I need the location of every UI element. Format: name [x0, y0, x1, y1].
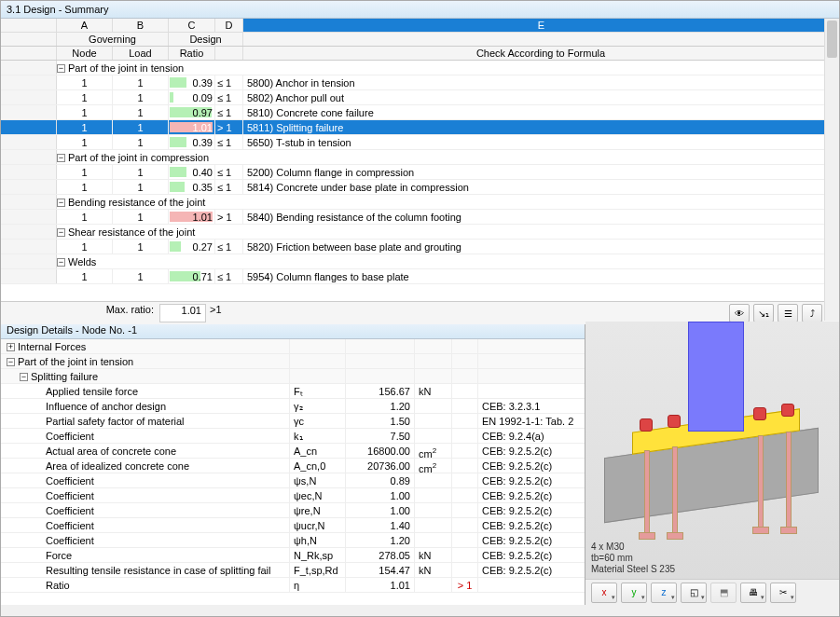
preview-3d-canvas[interactable]: 4 x M30 tb=60 mm Material Steel S 235	[585, 322, 839, 579]
col-letter-e: E	[243, 19, 839, 33]
preview-info-1: 4 x M30	[591, 542, 675, 553]
view-3d-button[interactable]: ◱▾	[681, 583, 707, 603]
table-row[interactable]: 111.01> 15840) Bending resistance of the…	[1, 210, 839, 225]
eye-icon[interactable]: 👁	[729, 304, 750, 322]
window-title: 3.1 Design - Summary	[1, 1, 839, 19]
table-row[interactable]: 110.35≤ 15814) Concrete under base plate…	[1, 180, 839, 195]
details-group[interactable]: −Part of the joint in tension	[1, 354, 585, 369]
goto-icon[interactable]: ↘₁	[753, 304, 774, 322]
print-button[interactable]: 🖶▾	[740, 583, 766, 603]
group-row[interactable]: −Shear resistance of the joint	[1, 225, 839, 240]
col-letter-d: D	[215, 19, 243, 33]
table-row[interactable]: 110.27≤ 15820) Friction between base pla…	[1, 240, 839, 254]
preview-info-2: tb=60 mm	[591, 553, 675, 564]
scrollbar-vertical[interactable]	[824, 19, 839, 321]
details-row[interactable]: Coefficientψh,N1.20CEB: 9.2.5.2(c)	[1, 533, 585, 548]
group-row[interactable]: −Part of the joint in compression	[1, 150, 839, 165]
design-details-panel: Design Details - Node No. -1 +Internal F…	[1, 322, 585, 605]
group-row[interactable]: −Welds	[1, 254, 839, 269]
max-ratio-cond: >1	[206, 304, 234, 322]
details-row[interactable]: Area of idealized concrete coneA_cn,0207…	[1, 459, 585, 473]
details-row[interactable]: Influence of anchor designγ₂1.20CEB: 3.2…	[1, 399, 585, 414]
details-row[interactable]: Coefficientψs,N0.89CEB: 9.2.5.2(c)	[1, 473, 585, 488]
table-row[interactable]: 111.01> 15811) Splitting failure	[1, 120, 839, 135]
details-row[interactable]: Coefficientψec,N1.00CEB: 9.2.5.2(c)	[1, 488, 585, 503]
col-node: Node	[57, 47, 113, 60]
col-letter-b: B	[113, 19, 169, 33]
col-group-design: Design	[169, 33, 243, 46]
col-group-governing: Governing	[57, 33, 169, 46]
preview-info-3: Material Steel S 235	[591, 564, 675, 575]
details-row[interactable]: Partial safety factor of materialγc1.50E…	[1, 414, 585, 429]
group-row[interactable]: −Part of the joint in tension	[1, 61, 839, 75]
table-row[interactable]: 110.39≤ 15650) T-stub in tension	[1, 135, 839, 150]
export-icon[interactable]: ⤴	[802, 304, 822, 322]
col-letter-c: C	[169, 19, 215, 33]
max-ratio-value: 1.01	[159, 304, 206, 322]
details-row[interactable]: Coefficientψucr,N1.40CEB: 9.2.5.2(c)	[1, 518, 585, 533]
details-row[interactable]: Coefficientk₁7.50CEB: 9.2.4(a)	[1, 429, 585, 444]
axis-y-button[interactable]: y▾	[621, 583, 647, 603]
table-row[interactable]: 110.97≤ 15810) Concrete cone failure	[1, 105, 839, 120]
table-row[interactable]: 110.71≤ 15954) Column flanges to base pl…	[1, 269, 839, 284]
list-icon[interactable]: ☰	[778, 304, 798, 322]
col-load: Load	[113, 47, 169, 60]
details-row[interactable]: Ratioη1.01> 1	[1, 578, 585, 593]
details-row[interactable]: Resulting tensile resistance in case of …	[1, 563, 585, 578]
group-row[interactable]: −Bending resistance of the joint	[1, 195, 839, 210]
table-row[interactable]: 110.09≤ 15802) Anchor pull out	[1, 90, 839, 105]
details-row[interactable]: Applied tensile forceFₜ156.67kN	[1, 384, 585, 399]
preview-panel: 4 x M30 tb=60 mm Material Steel S 235 x▾…	[585, 322, 839, 605]
table-row[interactable]: 110.39≤ 15800) Anchor in tension	[1, 75, 839, 90]
details-group[interactable]: +Internal Forces	[1, 339, 585, 354]
summary-grid: A B C D E Governing Design Node Load Rat…	[1, 19, 839, 322]
details-row[interactable]: ForceN_Rk,sp278.05kNCEB: 9.2.5.2(c)	[1, 548, 585, 563]
axis-x-button[interactable]: x▾	[591, 583, 617, 603]
screenshot-button[interactable]: ✂▾	[770, 583, 796, 603]
table-row[interactable]: 110.40≤ 15200) Column flange in compress…	[1, 165, 839, 180]
col-formula: Check According to Formula	[243, 47, 839, 60]
axis-z-button[interactable]: z▾	[651, 583, 677, 603]
details-row[interactable]: Coefficientψre,N1.00CEB: 9.2.5.2(c)	[1, 503, 585, 518]
max-ratio-label: Max. ratio:	[1, 304, 159, 322]
details-group[interactable]: −Splitting failure	[1, 369, 585, 384]
view-render-button[interactable]: ⬒	[710, 583, 737, 603]
details-row[interactable]: Actual area of concrete coneA_cn16800.00…	[1, 444, 585, 459]
col-letter-a: A	[57, 19, 113, 33]
col-ratio: Ratio	[169, 47, 215, 60]
